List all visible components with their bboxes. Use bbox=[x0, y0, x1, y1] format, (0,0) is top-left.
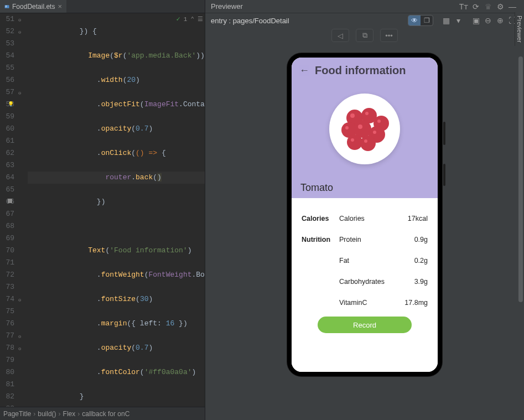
dropdown-icon[interactable]: ▾ bbox=[452, 16, 464, 25]
nutrition-row: Calories Calories 17kcal bbox=[302, 208, 428, 229]
minimize-icon[interactable]: — bbox=[506, 2, 518, 11]
nutrient-label: Fat bbox=[339, 257, 414, 265]
scrollbar-vertical[interactable] bbox=[517, 56, 523, 418]
breadcrumb-sep: › bbox=[33, 410, 35, 418]
svg-point-18 bbox=[351, 138, 354, 142]
svg-point-14 bbox=[377, 120, 381, 123]
nutrient-value: 17.8mg bbox=[404, 299, 428, 307]
breadcrumb-sep: › bbox=[77, 410, 80, 418]
entry-bar: entry : pages/FoodDetail 👁 ❐ ▦ ▾ ▣ ⊖ ⊕ ⛶ bbox=[205, 13, 524, 28]
nutrition-row: Nutrition Protein 0.9g bbox=[302, 229, 428, 250]
phone-screen: ← Food information bbox=[292, 58, 438, 372]
zoom-out-icon[interactable]: ⊖ bbox=[482, 16, 494, 25]
nutrient-label: Carbohydrates bbox=[339, 278, 414, 286]
nutrient-value: 3.9g bbox=[414, 278, 428, 286]
fold-column[interactable]: ⊖ ⊖ ⊖ 💡 ⊖ ⊖ ⊖ bbox=[18, 13, 25, 407]
breadcrumb-item[interactable]: build() bbox=[38, 410, 56, 418]
nutrient-value: 0.2g bbox=[414, 257, 428, 265]
file-tab-label: FoodDetail.ets bbox=[12, 3, 55, 11]
preview-mode-toggle[interactable]: 👁 ❐ bbox=[408, 15, 433, 26]
previewer-title: Previewer bbox=[211, 2, 243, 11]
editor-body[interactable]: ✓ 1 ⌃ ☰ 515253 545556 575859 606162 6364… bbox=[0, 13, 205, 407]
nav-toolbar: ◁ ⧉ ••• bbox=[205, 28, 524, 43]
file-tab-bar: FoodDetail.ets × bbox=[0, 0, 205, 13]
fit-icon[interactable]: ▣ bbox=[470, 16, 482, 25]
svg-point-10 bbox=[347, 134, 362, 150]
refresh-icon[interactable]: ⟳ bbox=[470, 2, 482, 11]
breadcrumb-sep: › bbox=[59, 410, 61, 418]
font-size-icon[interactable]: Tᴛ bbox=[458, 2, 470, 11]
close-tab-icon[interactable]: × bbox=[58, 2, 62, 11]
editor-pane: FoodDetail.ets × ✓ 1 ⌃ ☰ 515253 545556 5… bbox=[0, 0, 205, 420]
entry-path: entry : pages/FoodDetail bbox=[211, 17, 289, 25]
phone-frame: ← Food information bbox=[287, 53, 442, 376]
breadcrumb-item[interactable]: callback for onC bbox=[82, 410, 129, 418]
previewer-side-tab[interactable]: Previewer bbox=[515, 12, 524, 46]
breadcrumb-bar[interactable]: PageTitle › build() › Flex › callback fo… bbox=[0, 407, 205, 420]
device-canvas[interactable]: ← Food information bbox=[205, 43, 524, 420]
svg-point-12 bbox=[350, 113, 355, 118]
zoom-in-icon[interactable]: ⊕ bbox=[494, 16, 506, 25]
trophy-icon[interactable]: ♛ bbox=[482, 2, 494, 11]
line-number-gutter: 515253 545556 575859 606162 636465 66676… bbox=[0, 13, 18, 407]
record-button-label: Record bbox=[353, 321, 376, 329]
code-area[interactable]: }) { Image($r('app.media.Back')) .width(… bbox=[25, 13, 205, 407]
gear-icon[interactable]: ⚙ bbox=[494, 2, 506, 11]
app-header-area: ← Food information bbox=[292, 58, 438, 198]
nutrient-label: Protein bbox=[339, 236, 414, 243]
nutrition-panel: Calories Calories 17kcal Nutrition Prote… bbox=[292, 198, 438, 372]
nutrition-row: Carbohydrates 3.9g bbox=[302, 271, 428, 292]
scrollbar-thumb[interactable] bbox=[518, 56, 523, 302]
nav-back-button[interactable]: ◁ bbox=[331, 29, 349, 42]
more-button[interactable]: ••• bbox=[380, 29, 398, 42]
file-tab-active[interactable]: FoodDetail.ets × bbox=[0, 0, 66, 13]
nutrient-value: 17kcal bbox=[408, 215, 428, 222]
breadcrumb-item[interactable]: PageTitle bbox=[3, 410, 31, 418]
nutrient-label: VitaminC bbox=[339, 299, 404, 307]
tomato-illustration bbox=[331, 96, 398, 162]
page-title: Food information bbox=[315, 64, 406, 77]
svg-point-19 bbox=[364, 139, 367, 143]
dual-pane-button[interactable]: ⧉ bbox=[356, 29, 373, 42]
nutrition-row: VitaminC 17.8mg bbox=[302, 292, 428, 313]
record-button[interactable]: Record bbox=[318, 317, 412, 333]
back-icon[interactable]: ← bbox=[299, 65, 309, 76]
svg-point-16 bbox=[358, 125, 362, 129]
hero-image bbox=[299, 77, 430, 181]
svg-point-11 bbox=[360, 136, 376, 151]
svg-point-15 bbox=[345, 126, 349, 129]
layers-icon[interactable]: ❐ bbox=[421, 15, 433, 25]
nutrition-row: Fat 0.2g bbox=[302, 250, 428, 271]
category-label: Nutrition bbox=[302, 236, 339, 243]
nutrient-value: 0.9g bbox=[414, 236, 428, 243]
breakpoint-icon[interactable] bbox=[8, 199, 12, 203]
category-label: Calories bbox=[302, 215, 339, 222]
food-image bbox=[329, 94, 400, 164]
lightbulb-icon: 💡 bbox=[8, 98, 14, 111]
svg-point-13 bbox=[365, 112, 369, 115]
eye-icon[interactable]: 👁 bbox=[408, 15, 421, 25]
svg-point-17 bbox=[373, 131, 376, 134]
grid-icon[interactable]: ▦ bbox=[440, 16, 452, 25]
ets-file-icon bbox=[4, 3, 9, 11]
nutrient-label: Calories bbox=[339, 215, 408, 222]
breadcrumb-item[interactable]: Flex bbox=[63, 410, 76, 418]
svg-rect-1 bbox=[6, 6, 7, 6]
food-name: Tomato bbox=[299, 181, 430, 194]
svg-rect-2 bbox=[6, 7, 7, 7]
previewer-pane: Previewer Tᴛ ⟳ ♛ ⚙ — entry : pages/FoodD… bbox=[205, 0, 524, 420]
previewer-header: Previewer Tᴛ ⟳ ♛ ⚙ — bbox=[205, 0, 524, 13]
